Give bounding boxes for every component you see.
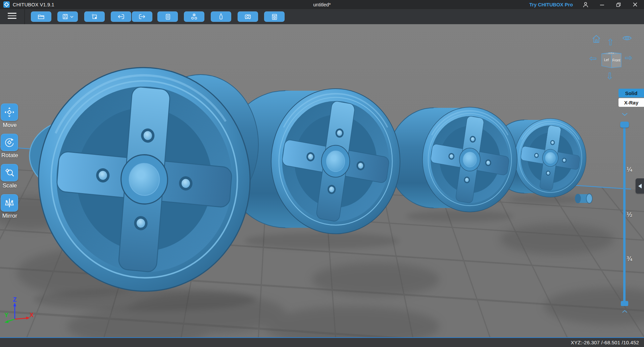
capture-frame-icon [91, 13, 98, 20]
projector-button[interactable] [238, 11, 258, 22]
mirror-label: Mirror [1, 213, 19, 219]
resin-bottle-icon [217, 13, 225, 20]
rotate-view-right-arrow[interactable]: ⇨ [625, 53, 633, 62]
supports-icon [190, 13, 198, 20]
resin-button[interactable] [211, 11, 231, 22]
tool-rotate: Rotate [1, 134, 19, 159]
rotate-icon [4, 137, 15, 148]
rotate-view-down-arrow[interactable]: ⇩ [606, 72, 614, 81]
viewport-3d-scene[interactable] [0, 24, 644, 337]
rotate-view-left-arrow[interactable]: ⇦ [589, 54, 597, 63]
clip-step-up-button[interactable] [622, 310, 628, 313]
home-icon [591, 34, 601, 44]
triangle-left-icon [638, 184, 642, 188]
mirror-icon [4, 198, 15, 208]
clip-tick-three-quarter: ¾ [627, 255, 635, 262]
minimize-icon [600, 2, 604, 7]
axis-x-label: X [30, 312, 34, 318]
move-label: Move [1, 122, 19, 129]
restore-button[interactable] [615, 1, 622, 8]
supports-button[interactable] [184, 11, 204, 22]
clip-slider-lower-handle[interactable] [621, 301, 628, 306]
clip-tick-quarter: ¼ [627, 166, 635, 173]
copy-button[interactable] [157, 11, 178, 22]
tool-move: Move [1, 103, 19, 129]
clipboard-icon [164, 13, 171, 20]
perspective-toggle-button[interactable] [622, 35, 632, 42]
user-icon [582, 1, 589, 8]
axis-z-label: Z [13, 297, 17, 303]
arrow-right-icon [138, 13, 146, 20]
view-cube-front-label: Front [612, 58, 621, 62]
mirror-button[interactable] [1, 194, 18, 212]
chevron-up-icon [622, 310, 628, 313]
status-bar: XYZ:-26.307 /-68.501 /10.452 [0, 337, 644, 347]
minimize-button[interactable] [598, 1, 606, 8]
app-title: CHITUBOX V1.9.1 [13, 2, 54, 7]
model-wheel-3 [388, 107, 517, 212]
try-pro-link[interactable]: Try CHITUBOX Pro [529, 2, 573, 7]
scale-icon [4, 167, 15, 178]
move-icon [4, 107, 15, 118]
cursor-coordinates: XYZ:-26.307 /-68.501 /10.452 [571, 340, 639, 345]
render-mode-solid[interactable]: Solid [618, 89, 644, 97]
rotate-button[interactable] [1, 134, 18, 151]
printer-icon [271, 13, 278, 20]
open-file-button[interactable] [31, 11, 51, 22]
save-icon [62, 13, 69, 20]
save-button[interactable] [57, 11, 78, 22]
title-bar: CHITUBOX V1.9.1 untitled* Try CHITUBOX P… [0, 0, 644, 9]
move-button[interactable] [1, 103, 18, 121]
close-button[interactable] [631, 1, 639, 8]
clip-tick-half: ½ [627, 211, 635, 218]
chevron-down-icon [70, 15, 73, 18]
close-icon [633, 2, 638, 7]
eye-icon [622, 35, 632, 42]
restore-icon [616, 2, 621, 7]
chevron-down-icon [622, 113, 628, 116]
model-cylinder-part [575, 194, 592, 203]
clip-step-down-button[interactable] [622, 113, 628, 116]
folder-open-icon [37, 13, 45, 20]
rotate-label: Rotate [1, 152, 19, 159]
tool-mirror: Mirror [1, 194, 19, 219]
chitubox-window: CHITUBOX V1.9.1 untitled* Try CHITUBOX P… [0, 0, 644, 347]
view-cube[interactable]: Lef Front [600, 49, 623, 70]
axis-y-label: Y [4, 312, 8, 318]
render-mode-xray[interactable]: X-Ray [618, 98, 644, 107]
account-button[interactable] [582, 1, 589, 8]
home-view-button[interactable] [591, 34, 601, 44]
scale-label: Scale [1, 182, 19, 189]
scale-button[interactable] [1, 164, 18, 181]
view-cube-left-label: Lef [604, 58, 609, 62]
tool-scale: Scale [1, 164, 19, 189]
clip-slider-upper-handle[interactable] [620, 122, 629, 128]
menu-button[interactable] [8, 13, 16, 20]
arrow-left-icon [117, 13, 125, 20]
capture-button[interactable] [84, 11, 105, 22]
toolbar-separator [24, 9, 25, 24]
clip-slider-track[interactable] [623, 124, 626, 305]
axis-indicator: Z X Y [3, 297, 35, 324]
undo-button[interactable] [111, 11, 131, 22]
projector-icon [244, 13, 252, 20]
rotate-view-up-arrow[interactable]: ⇧ [607, 38, 614, 47]
redo-button[interactable] [132, 11, 152, 22]
settings-panel-expand-button[interactable] [636, 178, 644, 193]
main-toolbar [0, 9, 644, 24]
printer-button[interactable] [264, 11, 285, 22]
chitubox-logo-icon [3, 1, 10, 8]
